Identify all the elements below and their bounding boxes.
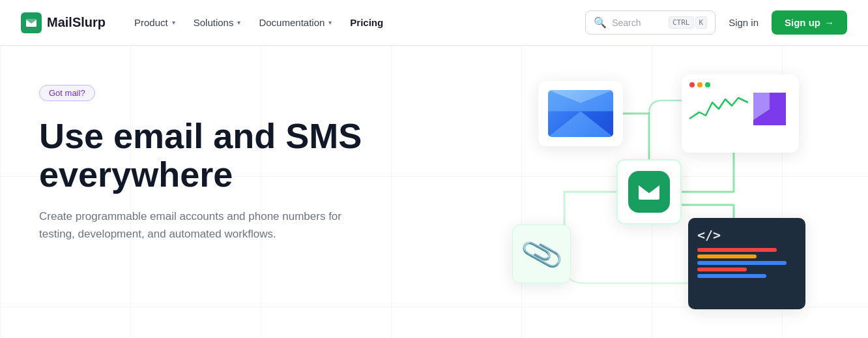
hero-left: Got mail? Use email and SMS everywhere C… <box>0 46 430 338</box>
arrow-right-icon: → <box>824 17 834 28</box>
code-line <box>697 248 777 252</box>
chevron-down-icon: ▾ <box>172 19 175 26</box>
search-placeholder: Search <box>612 18 663 28</box>
window-controls <box>689 82 791 87</box>
close-dot <box>689 82 695 87</box>
nav-right: 🔍 Search CTRL K Sign in Sign up → <box>585 10 847 35</box>
code-line <box>697 268 747 271</box>
nav-left: MailSlurp Product ▾ Solutions ▾ Document… <box>21 12 391 33</box>
nav-links: Product ▾ Solutions ▾ Documentation ▾ Pr… <box>126 12 391 33</box>
nav-product[interactable]: Product ▾ <box>126 12 183 33</box>
nav-documentation[interactable]: Documentation ▾ <box>251 12 340 33</box>
signin-link[interactable]: Sign in <box>726 12 761 33</box>
chevron-down-icon: ▾ <box>237 19 240 26</box>
minimize-dot <box>697 82 702 87</box>
ctrl-key: CTRL <box>669 16 694 29</box>
search-kbd: CTRL K <box>669 16 707 29</box>
maximize-dot <box>705 82 710 87</box>
logo[interactable]: MailSlurp <box>21 12 106 33</box>
code-lines <box>697 248 796 278</box>
analytics-card <box>682 74 799 153</box>
center-m-logo <box>628 171 670 213</box>
analytics-content <box>689 93 791 125</box>
code-line <box>697 254 757 258</box>
email-card <box>538 81 623 146</box>
line-chart <box>689 93 748 125</box>
logo-icon <box>21 12 42 33</box>
k-key: K <box>695 16 708 29</box>
nav-solutions[interactable]: Solutions ▾ <box>186 12 249 33</box>
signup-button[interactable]: Sign up → <box>772 10 847 35</box>
paperclip-icon: 📎 <box>518 231 565 277</box>
logo-svg <box>25 16 38 29</box>
chevron-down-icon: ▾ <box>328 19 332 26</box>
hero-illustration: 📎 <box>486 61 812 322</box>
center-logo-card <box>616 159 682 224</box>
code-line <box>697 274 766 278</box>
hero-title: Use email and SMS everywhere <box>39 117 391 194</box>
code-card: </> <box>688 218 805 309</box>
code-tag-icon: </> <box>697 227 796 243</box>
search-box[interactable]: 🔍 Search CTRL K <box>585 10 716 35</box>
nav-pricing[interactable]: Pricing <box>342 12 391 33</box>
navbar: MailSlurp Product ▾ Solutions ▾ Document… <box>0 0 868 46</box>
envelope-icon <box>548 90 613 137</box>
hero-badge: Got mail? <box>39 85 95 101</box>
code-line <box>697 261 787 265</box>
paperclip-card: 📎 <box>512 224 571 283</box>
hero-description: Create programmable email accounts and p… <box>39 207 352 243</box>
search-icon: 🔍 <box>594 16 607 29</box>
brand-name: MailSlurp <box>47 15 106 30</box>
hero-right: 📎 <box>430 46 868 338</box>
hero-section: Got mail? Use email and SMS everywhere C… <box>0 46 868 338</box>
pie-chart <box>753 93 786 125</box>
